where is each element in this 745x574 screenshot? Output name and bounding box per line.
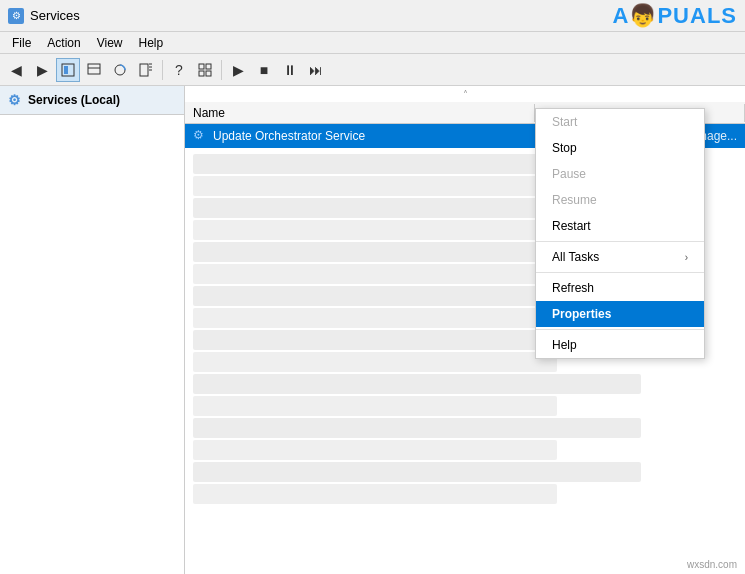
submenu-arrow: › — [685, 252, 688, 263]
context-menu-all-tasks[interactable]: All Tasks › — [536, 244, 704, 270]
service-icon: ⚙ — [193, 128, 209, 144]
blurred-row — [193, 176, 557, 196]
menu-bar: File Action View Help — [0, 32, 745, 54]
toolbar-back-btn[interactable]: ◀ — [4, 58, 28, 82]
toolbar-export-btn[interactable] — [134, 58, 158, 82]
svg-rect-2 — [88, 64, 100, 74]
title-bar-title: Services — [30, 8, 80, 23]
context-menu-refresh[interactable]: Refresh — [536, 275, 704, 301]
blurred-row — [193, 220, 557, 240]
context-menu-sep-2 — [536, 272, 704, 273]
context-menu-properties[interactable]: Properties — [536, 301, 704, 327]
toolbar-forward-btn[interactable]: ▶ — [30, 58, 54, 82]
toolbar-separator-1 — [162, 60, 163, 80]
toolbar-stop-btn[interactable]: ■ — [252, 58, 276, 82]
toolbar-resume-btn[interactable]: ⏭ — [304, 58, 328, 82]
blurred-row — [193, 396, 557, 416]
sort-indicator: ˄ — [185, 86, 745, 102]
left-panel-title: Services (Local) — [28, 93, 120, 107]
blurred-row — [193, 352, 557, 372]
left-panel-header: ⚙ Services (Local) — [0, 86, 184, 115]
context-menu-start[interactable]: Start — [536, 109, 704, 135]
toolbar-refresh-btn[interactable] — [108, 58, 132, 82]
title-bar: ⚙ Services A👦PUALS — [0, 0, 745, 32]
right-panel: ˄ Name Descript ⚙ Update Orchestrator Se… — [185, 86, 745, 574]
blurred-row — [193, 440, 557, 460]
col-header-name[interactable]: Name — [185, 104, 535, 122]
title-bar-icon: ⚙ — [8, 8, 24, 24]
context-menu-restart[interactable]: Restart — [536, 213, 704, 239]
main-area: ⚙ Services (Local) ˄ Name Descript ⚙ Upd… — [0, 86, 745, 574]
left-panel: ⚙ Services (Local) — [0, 86, 185, 574]
svg-rect-10 — [206, 64, 211, 69]
toolbar-view-btn[interactable] — [193, 58, 217, 82]
menu-action[interactable]: Action — [39, 34, 88, 52]
toolbar-help-btn[interactable]: ? — [167, 58, 191, 82]
blurred-row — [193, 462, 641, 482]
context-menu: Start Stop Pause Resume Restart All Task… — [535, 108, 705, 359]
toolbar: ◀ ▶ ? ▶ — [0, 54, 745, 86]
svg-rect-1 — [64, 66, 68, 74]
toolbar-separator-2 — [221, 60, 222, 80]
context-menu-pause[interactable]: Pause — [536, 161, 704, 187]
blurred-row — [193, 484, 557, 504]
blurred-row — [193, 374, 641, 394]
context-menu-help[interactable]: Help — [536, 332, 704, 358]
blurred-row — [193, 418, 641, 438]
services-icon: ⚙ — [8, 92, 24, 108]
service-name: Update Orchestrator Service — [213, 129, 365, 143]
svg-rect-11 — [199, 71, 204, 76]
context-menu-sep-1 — [536, 241, 704, 242]
context-menu-stop[interactable]: Stop — [536, 135, 704, 161]
blurred-row — [193, 264, 557, 284]
menu-view[interactable]: View — [89, 34, 131, 52]
toolbar-play-btn[interactable]: ▶ — [226, 58, 250, 82]
toolbar-console-btn[interactable] — [56, 58, 80, 82]
toolbar-up-btn[interactable] — [82, 58, 106, 82]
blurred-row — [193, 308, 557, 328]
svg-rect-9 — [199, 64, 204, 69]
svg-rect-5 — [140, 64, 148, 76]
menu-help[interactable]: Help — [131, 34, 172, 52]
context-menu-sep-3 — [536, 329, 704, 330]
svg-rect-12 — [206, 71, 211, 76]
appuals-logo: A👦PUALS — [613, 3, 737, 29]
toolbar-pause-btn[interactable]: ⏸ — [278, 58, 302, 82]
watermark: wxsdn.com — [687, 559, 737, 570]
menu-file[interactable]: File — [4, 34, 39, 52]
context-menu-resume[interactable]: Resume — [536, 187, 704, 213]
